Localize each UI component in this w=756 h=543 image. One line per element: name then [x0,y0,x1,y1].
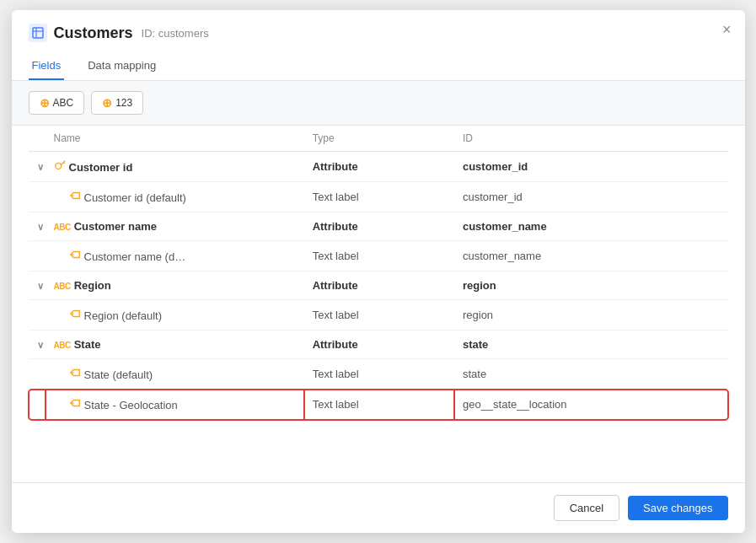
close-button[interactable]: × [722,22,732,37]
tab-fields[interactable]: Fields [29,52,65,80]
field-name: Customer id [69,161,133,174]
field-id: region [454,272,728,300]
field-id: state [454,359,728,390]
table-row[interactable]: ∨ABCCustomer nameAttributecustomer_name [29,212,728,241]
modal-subtitle: ID: customers [142,27,209,40]
modal-footer: Cancel Save changes [12,482,745,533]
col-header-type: Type [304,126,454,152]
field-name: State - Geolocation [84,399,178,411]
table-row[interactable]: Region (default)Text labelregion [29,300,728,331]
abc-icon: ABC [54,282,71,291]
field-name: Customer name (d… [84,250,186,263]
table-row[interactable]: State - GeolocationText labelgeo__state_… [29,390,728,420]
table-header: Name Type ID [29,126,728,152]
add-number-button[interactable]: ⊕ 123 [91,91,143,115]
field-name: State (default) [84,368,153,381]
svg-point-9 [72,372,73,374]
field-name: Customer id (default) [84,191,186,204]
table-row[interactable]: State (default)Text labelstate [29,359,728,390]
label-icon [69,190,81,202]
svg-point-10 [72,402,73,404]
svg-line-5 [63,163,64,164]
col-header-id: ID [454,126,728,152]
field-id: region [454,300,728,331]
field-type: Attribute [304,152,454,182]
field-type: Attribute [304,272,454,300]
field-name: Region [74,279,111,292]
tab-data-mapping[interactable]: Data mapping [84,52,159,80]
table-row[interactable]: ∨Customer idAttributecustomer_id [29,152,728,182]
add-number-icon: ⊕ [102,96,112,110]
col-header-indent [29,126,46,152]
field-type: Text label [304,300,454,331]
svg-point-3 [55,163,61,169]
field-name: State [74,338,101,351]
field-id: geo__state__location [454,390,728,420]
field-type: Text label [304,241,454,272]
abc-icon: ABC [54,341,71,350]
key-icon [54,159,66,171]
field-type: Attribute [304,212,454,241]
svg-point-7 [72,254,73,255]
tab-bar: Fields Data mapping [12,52,745,81]
field-type: Text label [304,359,454,390]
field-id: customer_id [454,152,728,182]
customers-modal: Customers ID: customers × Fields Data ma… [12,10,745,533]
table-row[interactable]: Customer name (d…Text labelcustomer_name [29,241,728,272]
label-icon [69,308,81,320]
cancel-button[interactable]: Cancel [554,495,619,521]
field-id: state [454,331,728,359]
svg-point-8 [72,313,73,315]
customers-table-icon [29,24,47,42]
collapse-chevron[interactable]: ∨ [37,340,44,350]
label-icon [69,367,81,379]
label-icon [69,249,81,261]
fields-toolbar: ⊕ ABC ⊕ 123 [12,81,745,126]
fields-table-container: Name Type ID ∨Customer idAttributecustom… [22,126,735,482]
table-row[interactable]: ∨ABCStateAttributestate [29,331,728,359]
field-id: customer_name [454,212,728,241]
add-text-icon: ⊕ [40,96,50,110]
table-body: ∨Customer idAttributecustomer_id Custome… [29,152,728,420]
field-id: customer_id [454,182,728,212]
table-row[interactable]: ∨ABCRegionAttributeregion [29,272,728,300]
add-number-label: 123 [115,97,132,109]
modal-header: Customers ID: customers × [12,10,745,42]
field-name: Region (default) [84,309,163,322]
svg-point-6 [72,195,73,196]
svg-rect-0 [33,28,43,38]
field-type: Text label [304,390,454,420]
field-id: customer_name [454,241,728,272]
label-icon [69,397,81,409]
modal-title: Customers [54,24,133,42]
field-type: Attribute [304,331,454,359]
field-name: Customer name [74,220,157,233]
col-header-name: Name [46,126,304,152]
collapse-chevron[interactable]: ∨ [37,222,44,232]
add-text-button[interactable]: ⊕ ABC [29,91,85,115]
save-changes-button[interactable]: Save changes [628,496,727,520]
collapse-chevron[interactable]: ∨ [37,281,44,291]
collapse-chevron[interactable]: ∨ [37,162,44,172]
field-type: Text label [304,182,454,212]
fields-table: Name Type ID ∨Customer idAttributecustom… [29,126,728,420]
abc-icon: ABC [54,223,71,232]
add-text-label: ABC [53,97,74,109]
table-row[interactable]: Customer id (default)Text labelcustomer_… [29,182,728,212]
